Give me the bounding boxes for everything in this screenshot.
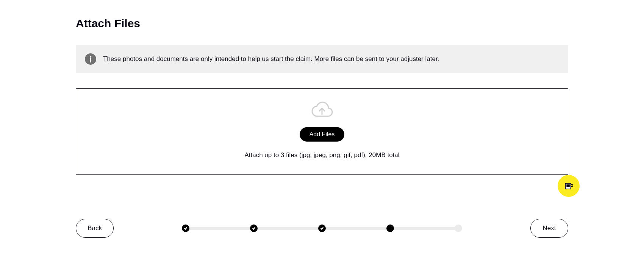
cloud-upload-icon (310, 100, 334, 120)
info-banner-text: These photos and documents are only inte… (103, 55, 439, 63)
svg-point-0 (90, 56, 91, 58)
file-upload-dropzone[interactable]: Add Files Attach up to 3 files (jpg, jpe… (76, 88, 568, 175)
next-button[interactable]: Next (530, 219, 568, 238)
svg-rect-1 (90, 58, 91, 62)
footer-navigation: Back Next (0, 219, 644, 238)
add-files-button[interactable]: Add Files (300, 127, 345, 142)
progress-step-2 (250, 224, 258, 232)
mug-icon (563, 180, 574, 192)
info-banner: These photos and documents are only inte… (76, 45, 568, 73)
progress-step-3 (318, 224, 326, 232)
svg-rect-2 (566, 184, 569, 187)
help-chat-button[interactable] (558, 175, 580, 197)
progress-step-1 (182, 224, 189, 232)
back-button[interactable]: Back (76, 219, 114, 238)
progress-step-5 (455, 224, 462, 232)
upload-hint-text: Attach up to 3 files (jpg, jpeg, png, gi… (244, 151, 399, 159)
progress-step-4 (386, 224, 394, 232)
progress-indicator (182, 227, 462, 230)
info-icon (85, 53, 96, 65)
page-title: Attach Files (76, 17, 568, 30)
